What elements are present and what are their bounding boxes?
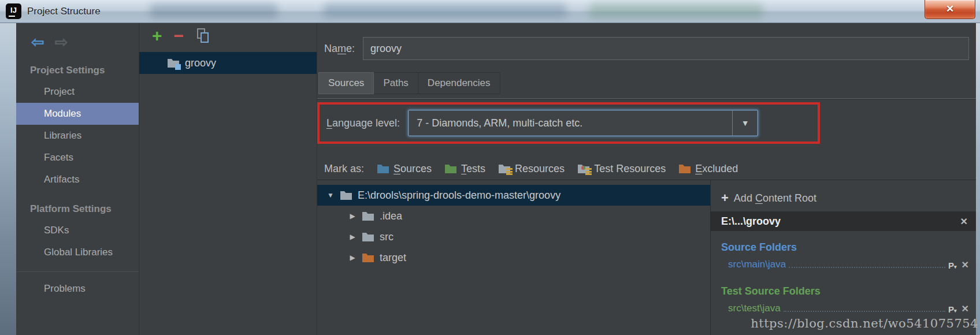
red-annotation-box: Language level: 7 - Diamonds, ARM, multi… (317, 102, 820, 144)
mark-as-test-resources-button[interactable]: Test Resources (577, 163, 666, 175)
forward-arrow-icon[interactable]: ⇨ (55, 33, 68, 51)
tree-node-label: E:\drools\spring-drools-demo-master\groo… (358, 189, 560, 202)
module-editor-panel: Name: Sources Paths Dependencies Languag… (317, 23, 976, 335)
mark-as-toolbar: Mark as: Sources Tests Resources Test Re… (324, 161, 969, 176)
add-module-icon[interactable]: + (152, 27, 162, 44)
intellij-logo-icon: IJ (6, 3, 21, 19)
window-right-border (976, 23, 980, 335)
source-folders-header: Source Folders (721, 241, 976, 254)
tab-paths[interactable]: Paths (374, 72, 418, 94)
language-level-dropdown[interactable]: 7 - Diamonds, ARM, multi-catch etc. ▼ (408, 110, 758, 136)
tab-sources[interactable]: Sources (318, 72, 374, 94)
mark-as-excluded-button[interactable]: Excluded (678, 163, 738, 175)
tests-folder-icon (444, 163, 457, 174)
tree-node-label: target (380, 252, 406, 264)
titlebar-glass-reflection (324, 3, 566, 18)
module-name: groovy (185, 57, 216, 69)
tree-row-target[interactable]: ▶ target (317, 247, 710, 268)
tree-row-src[interactable]: ▶ src (317, 226, 710, 247)
sidebar-item-libraries[interactable]: Libraries (16, 125, 139, 147)
test-source-folder-link[interactable]: src\test\java (728, 303, 781, 314)
settings-sidebar: ⇦ ⇨ Project Settings Project Modules Lib… (16, 23, 139, 335)
csdn-watermark: https://blog.csdn.net/wo541075754 (751, 317, 978, 330)
module-list-panel: + − groovy (139, 23, 317, 335)
tree-node-label: .idea (380, 210, 402, 222)
copy-module-icon[interactable] (195, 28, 210, 44)
test-resources-folder-icon (577, 163, 590, 174)
title-bar[interactable]: IJ Project Structure ✕ (0, 0, 980, 23)
tree-row-idea[interactable]: ▶ .idea (317, 206, 710, 226)
dotted-leader (784, 311, 945, 312)
chevron-collapsed-icon[interactable]: ▶ (348, 233, 357, 241)
source-folder-row: src\main\java P▾ ✕ (728, 259, 969, 270)
language-level-value: 7 - Diamonds, ARM, multi-catch etc. (409, 117, 732, 129)
folder-icon (340, 190, 352, 200)
module-folder-icon (167, 58, 180, 68)
window-left-border (0, 23, 16, 335)
excluded-folder-icon (678, 163, 691, 174)
sidebar-item-facets[interactable]: Facets (16, 147, 139, 169)
source-folder-link[interactable]: src\main\java (728, 259, 786, 270)
sidebar-header-platform-settings: Platform Settings (16, 199, 139, 219)
folder-icon (362, 232, 374, 242)
content-roots-panel: + Add Content Root E:\...\groovy ✕ Sourc… (711, 180, 976, 335)
sidebar-header-project-settings: Project Settings (16, 60, 139, 81)
plus-icon: + (721, 191, 729, 206)
chevron-collapsed-icon[interactable]: ▶ (348, 254, 357, 262)
content-root-path: E:\...\groovy (721, 215, 781, 228)
sidebar-item-global-libraries[interactable]: Global Libraries (16, 241, 139, 263)
sidebar-item-sdks[interactable]: SDKs (16, 219, 139, 241)
folder-icon (362, 211, 374, 221)
sources-folder-icon (377, 163, 389, 174)
tree-node-label: src (380, 231, 394, 243)
tab-strip-divider (317, 98, 976, 99)
test-source-folder-row: src\test\java P▾ ✕ (728, 303, 969, 314)
language-level-label: Language level: (326, 117, 400, 129)
sidebar-item-project[interactable]: Project (16, 81, 139, 103)
titlebar-glass-reflection (589, 3, 763, 18)
remove-folder-icon[interactable]: ✕ (962, 303, 969, 314)
chevron-expanded-icon[interactable]: ▼ (326, 191, 335, 199)
mark-as-sources-button[interactable]: Sources (377, 163, 432, 175)
close-button[interactable]: ✕ (925, 0, 975, 19)
tree-row-content-root[interactable]: ▼ E:\drools\spring-drools-demo-master\gr… (317, 185, 710, 206)
remove-folder-icon[interactable]: ✕ (962, 259, 969, 270)
content-root-header[interactable]: E:\...\groovy ✕ (711, 211, 976, 231)
resources-folder-icon (498, 163, 511, 174)
titlebar-glass-reflection (150, 3, 277, 18)
sidebar-divider (16, 271, 139, 272)
chevron-collapsed-icon[interactable]: ▶ (348, 212, 357, 220)
window-title: Project Structure (27, 6, 101, 17)
name-field-label: Name: (324, 43, 355, 55)
editor-tabs: Sources Paths Dependencies (318, 72, 976, 94)
excluded-folder-icon (362, 252, 374, 263)
dropdown-arrow-icon[interactable]: ▼ (732, 110, 758, 136)
module-toolbar: + − (139, 23, 317, 49)
test-source-folders-header: Test Source Folders (721, 285, 976, 297)
sidebar-item-artifacts[interactable]: Artifacts (16, 169, 139, 191)
package-prefix-icon[interactable]: P▾ (948, 304, 957, 314)
module-list-item-groovy[interactable]: groovy (139, 52, 317, 74)
dotted-leader (789, 267, 945, 268)
mark-as-resources-button[interactable]: Resources (498, 163, 565, 175)
copy-icon-front-page (201, 32, 209, 43)
remove-content-root-icon[interactable]: ✕ (960, 216, 968, 227)
module-name-input[interactable] (363, 37, 969, 60)
package-prefix-icon[interactable]: P▾ (948, 260, 957, 270)
mark-as-tests-button[interactable]: Tests (444, 163, 485, 175)
back-arrow-icon[interactable]: ⇦ (31, 33, 44, 51)
sidebar-item-modules[interactable]: Modules (16, 103, 139, 125)
project-structure-dialog: IJ Project Structure ✕ ⇦ ⇨ Project Setti… (0, 0, 980, 335)
tab-dependencies[interactable]: Dependencies (418, 72, 500, 94)
mark-as-label: Mark as: (324, 163, 364, 175)
sidebar-item-problems[interactable]: Problems (16, 278, 139, 300)
remove-module-icon[interactable]: − (174, 28, 184, 43)
add-content-root-button[interactable]: + Add Content Root (711, 180, 976, 207)
content-root-tree: ▼ E:\drools\spring-drools-demo-master\gr… (317, 180, 711, 335)
